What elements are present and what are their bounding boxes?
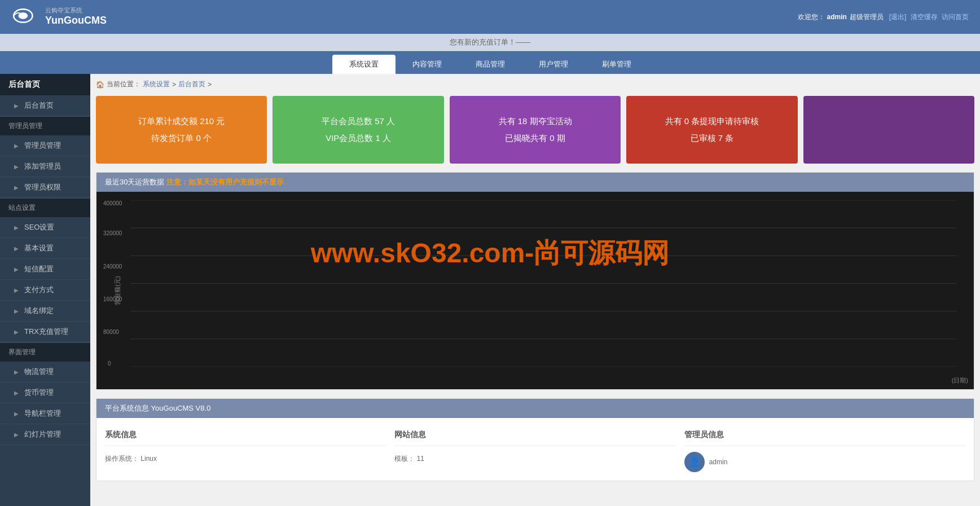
logo-area: 云购夺宝系统 YunGouCMS bbox=[11, 6, 107, 28]
y-label-160000: 160000 bbox=[103, 296, 122, 302]
stat-card-extra[interactable] bbox=[803, 96, 974, 164]
arrow-icon: ▶ bbox=[14, 369, 19, 375]
arrow-icon: ▶ bbox=[14, 225, 19, 231]
sidebar-item-slider[interactable]: ▶ 幻灯片管理 bbox=[0, 424, 90, 445]
stat-card-members[interactable]: 平台会员总数 57 人 VIP会员总数 1 人 bbox=[273, 96, 443, 164]
platform-system-col: 系统信息 操作系统： Linux bbox=[105, 426, 386, 472]
nav-tab-system[interactable]: 系统设置 bbox=[332, 55, 395, 74]
admin-avatar: 👤 bbox=[684, 452, 705, 472]
arrow-icon: ▶ bbox=[14, 143, 19, 149]
sidebar-item-nav[interactable]: ▶ 导航栏管理 bbox=[0, 403, 90, 424]
logo-icon bbox=[11, 6, 39, 28]
arrow-icon: ▶ bbox=[14, 164, 19, 170]
header: 云购夺宝系统 YunGouCMS 欢迎您： admin 超级管理员 [退出] 清… bbox=[0, 0, 980, 34]
sidebar-item-basic[interactable]: ▶ 基本设置 bbox=[0, 238, 90, 259]
stat-card-orders[interactable]: 订单累计成交额 210 元 待发货订单 0 个 bbox=[96, 96, 267, 164]
sidebar-item-domain[interactable]: ▶ 域名绑定 bbox=[0, 301, 90, 322]
chart-svg bbox=[130, 200, 957, 367]
clear-cache-link[interactable]: 清空缓存 bbox=[911, 13, 938, 21]
sidebar-item-currency[interactable]: ▶ 货币管理 bbox=[0, 382, 90, 403]
logout-link[interactable]: [退出] bbox=[889, 13, 907, 21]
main-content: 🏠 当前位置： 系统设置 > 后台首页 > 订单累计成交额 210 元 待发货订… bbox=[90, 74, 980, 506]
chart-body: 营业额(元) 400000 320000 240000 160000 8 bbox=[96, 192, 974, 389]
navbar: 系统设置 内容管理 商品管理 用户管理 刷单管理 bbox=[0, 51, 980, 74]
platform-section: 平台系统信息 YouGouCMS V8.0 系统信息 操作系统： Linux 网… bbox=[96, 398, 974, 481]
visit-front-link[interactable]: 访问首页 bbox=[942, 13, 969, 21]
y-label-320000: 320000 bbox=[103, 230, 122, 236]
stats-row: 订单累计成交额 210 元 待发货订单 0 个 平台会员总数 57 人 VIP会… bbox=[96, 96, 974, 164]
platform-body: 系统信息 操作系统： Linux 网站信息 模板： 11 bbox=[96, 418, 974, 481]
stat-card-activities[interactable]: 共有 18 期夺宝活动 已揭晓共有 0 期 bbox=[450, 96, 621, 164]
nav-tab-order[interactable]: 刷单管理 bbox=[585, 55, 648, 74]
stat-card-withdrawals[interactable]: 共有 0 条提现申请待审核 已审核 7 条 bbox=[626, 96, 797, 164]
arrow-icon: ▶ bbox=[14, 184, 19, 191]
arrow-icon: ▶ bbox=[14, 308, 19, 314]
sidebar-section-ui: 界面管理 bbox=[0, 342, 90, 362]
sidebar-item-dashboard[interactable]: ▶ 后台首页 bbox=[0, 95, 90, 116]
sidebar-item-logistics[interactable]: ▶ 物流管理 bbox=[0, 362, 90, 382]
sidebar-item-admin-manage[interactable]: ▶ 管理员管理 bbox=[0, 135, 90, 156]
chart-header: 最近30天运营数据 注意：如某天没有用户充值则不显示 bbox=[96, 173, 974, 192]
breadcrumb: 🏠 当前位置： 系统设置 > 后台首页 > bbox=[96, 80, 974, 89]
sidebar-section-admin: 管理员管理 bbox=[0, 116, 90, 135]
chart-x-label: (日期) bbox=[952, 376, 968, 385]
arrow-icon: ▶ bbox=[14, 266, 19, 272]
sidebar-item-trx[interactable]: ▶ TRX充值管理 bbox=[0, 322, 90, 342]
arrow-icon: ▶ bbox=[14, 103, 19, 109]
arrow-icon: ▶ bbox=[14, 411, 19, 417]
sidebar-main-title[interactable]: 后台首页 bbox=[0, 74, 90, 95]
sidebar-item-seo[interactable]: ▶ SEO设置 bbox=[0, 217, 90, 238]
breadcrumb-system[interactable]: 系统设置 bbox=[143, 80, 170, 89]
announce-bar: 您有新的充值订单！—— bbox=[0, 34, 980, 51]
sidebar-item-admin-perm[interactable]: ▶ 管理员权限 bbox=[0, 177, 90, 198]
y-label-0: 0 bbox=[108, 360, 111, 367]
chart-section: 最近30天运营数据 注意：如某天没有用户充值则不显示 营业额(元) 4000 bbox=[96, 172, 974, 390]
sidebar-item-add-admin[interactable]: ▶ 添加管理员 bbox=[0, 156, 90, 177]
arrow-icon: ▶ bbox=[14, 390, 19, 396]
header-right: 欢迎您： admin 超级管理员 [退出] 清空缓存 访问首页 bbox=[798, 12, 969, 22]
chart-note: 注意：如某天没有用户充值则不显示 bbox=[166, 178, 284, 186]
arrow-icon: ▶ bbox=[14, 329, 19, 335]
platform-site-col: 网站信息 模板： 11 bbox=[394, 426, 675, 472]
sidebar-item-payment[interactable]: ▶ 支付方式 bbox=[0, 280, 90, 301]
home-icon: 🏠 bbox=[96, 81, 104, 89]
arrow-icon: ▶ bbox=[14, 245, 19, 252]
arrow-icon: ▶ bbox=[14, 432, 19, 438]
main-layout: 后台首页 ▶ 后台首页 管理员管理 ▶ 管理员管理 ▶ 添加管理员 ▶ 管理员权… bbox=[0, 74, 980, 506]
nav-tab-user[interactable]: 用户管理 bbox=[522, 55, 585, 74]
announce-text: 您有新的充值订单！—— bbox=[450, 38, 530, 46]
sidebar-section-site: 站点设置 bbox=[0, 198, 90, 217]
platform-admin-col: 管理员信息 👤 admin bbox=[684, 426, 965, 472]
logo-text: 云购夺宝系统 YunGouCMS bbox=[45, 6, 107, 28]
breadcrumb-dashboard[interactable]: 后台首页 bbox=[178, 80, 205, 89]
nav-tab-product[interactable]: 商品管理 bbox=[459, 55, 522, 74]
y-label-80000: 80000 bbox=[103, 329, 119, 335]
arrow-icon: ▶ bbox=[14, 287, 19, 293]
platform-grid: 系统信息 操作系统： Linux 网站信息 模板： 11 bbox=[105, 426, 965, 472]
y-label-400000: 400000 bbox=[103, 200, 122, 206]
nav-tab-content[interactable]: 内容管理 bbox=[395, 55, 459, 74]
sidebar: 后台首页 ▶ 后台首页 管理员管理 ▶ 管理员管理 ▶ 添加管理员 ▶ 管理员权… bbox=[0, 74, 90, 506]
sidebar-item-sms[interactable]: ▶ 短信配置 bbox=[0, 259, 90, 280]
y-label-240000: 240000 bbox=[103, 263, 122, 269]
platform-header: 平台系统信息 YouGouCMS V8.0 bbox=[96, 399, 974, 418]
